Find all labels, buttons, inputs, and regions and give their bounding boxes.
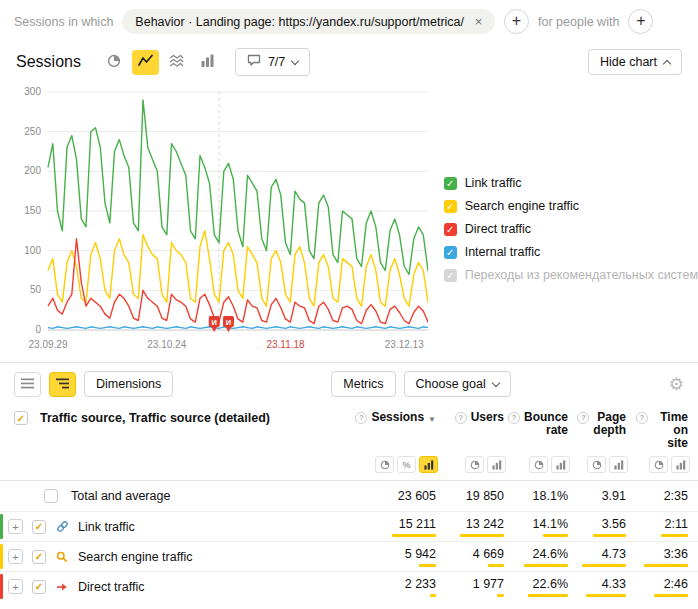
dimensions-button[interactable]: Dimensions (84, 371, 173, 397)
flat-list-view-button[interactable] (14, 372, 41, 397)
stacked-chart-type-button[interactable] (163, 50, 190, 75)
expand-button[interactable]: + (8, 579, 23, 594)
pie-display-button[interactable] (375, 456, 394, 473)
add-people-filter-button[interactable]: + (628, 9, 653, 34)
expand-button[interactable]: + (8, 519, 23, 534)
row-checkbox[interactable]: ✓ (32, 580, 46, 594)
filter-chip[interactable]: Behavior · Landing page: https://yandex.… (122, 9, 495, 34)
gear-icon[interactable]: ⚙ (669, 376, 684, 393)
table-header: ✓ Traffic source, Traffic source (detail… (0, 405, 698, 481)
metric-bar (528, 594, 568, 597)
choose-goal-button[interactable]: Choose goal (404, 371, 511, 397)
col-header-page-depth[interactable]: ? Page depth (578, 411, 636, 437)
metric-cell: 2:46 (636, 577, 698, 597)
legend-item[interactable]: ✓Link traffic (444, 176, 698, 190)
bars-display-button[interactable] (609, 456, 628, 473)
bars-display-button[interactable] (419, 456, 438, 473)
legend-item[interactable]: ✓Internal traffic (444, 245, 698, 259)
header-checkbox[interactable]: ✓ (14, 411, 28, 425)
segments-button[interactable]: 7/7 (235, 48, 310, 76)
column-chart-type-button[interactable] (194, 50, 221, 75)
bars-display-button[interactable] (487, 456, 506, 473)
svg-text:150: 150 (24, 205, 41, 216)
legend-checkbox[interactable]: ✓ (444, 223, 457, 236)
series-color-stripe (0, 514, 3, 539)
sessions-chart[interactable]: 05010015020025030023.09.2923.10.2423.11.… (10, 84, 428, 354)
sessions-in-which-label: Sessions in which (14, 15, 113, 29)
svg-text:23.12.13: 23.12.13 (385, 339, 424, 350)
metric-cell: 5 942 (358, 547, 446, 567)
metric-info-icon[interactable]: ? (355, 412, 367, 424)
table-row[interactable]: +✓Direct traffic2 2331 97722.6%4.332:46 (0, 571, 698, 601)
legend-label: Переходы из рекомендательных систем (465, 268, 698, 282)
legend-label: Direct traffic (465, 222, 531, 236)
legend-item[interactable]: ✓Переходы из рекомендательных систем (444, 268, 698, 282)
total-checkbox[interactable] (44, 489, 58, 503)
toolbar-middle: Metrics Choose goal (331, 371, 510, 397)
pie-display-button[interactable] (587, 456, 606, 473)
svg-text:100: 100 (24, 245, 41, 256)
legend-item[interactable]: ✓Direct traffic (444, 222, 698, 236)
metric-bar (654, 594, 688, 597)
percent-display-button[interactable]: % (397, 456, 416, 473)
legend-checkbox[interactable]: ✓ (444, 177, 457, 190)
pie-display-button[interactable] (465, 456, 484, 473)
close-icon[interactable]: × (471, 14, 486, 29)
hide-chart-button[interactable]: Hide chart (588, 49, 682, 75)
row-checkbox[interactable]: ✓ (32, 520, 46, 534)
comment-icon (247, 54, 261, 70)
arrow-icon (55, 581, 69, 593)
page-title: Sessions (16, 53, 81, 71)
metric-info-icon[interactable]: ? (577, 412, 589, 424)
metric-info-icon[interactable]: ? (508, 412, 520, 424)
row-checkbox[interactable]: ✓ (32, 550, 46, 564)
col-header-time-on-site[interactable]: ? Time on site (636, 411, 698, 450)
metric-cell: 4.73 (578, 547, 636, 567)
table-body: Total and average 23 605 19 850 18.1% 3.… (0, 481, 698, 601)
bars-display-button[interactable] (671, 456, 690, 473)
metric-bar (593, 534, 626, 537)
total-time-on-site: 2:35 (664, 489, 688, 503)
pie-display-button[interactable] (529, 456, 548, 473)
list-icon (21, 377, 34, 392)
table-row[interactable]: +✓Search engine traffic5 9424 66924.6%4.… (0, 541, 698, 571)
legend-checkbox[interactable]: ✓ (444, 269, 457, 282)
pie-display-button[interactable] (649, 456, 668, 473)
tree-icon (56, 377, 69, 392)
metric-cell: 2:11 (636, 517, 698, 537)
metric-cell: 2 233 (358, 577, 446, 597)
line-chart-type-button[interactable] (132, 50, 159, 75)
metric-cell: 24.6% (514, 547, 578, 567)
add-session-filter-button[interactable]: + (504, 9, 529, 34)
col-header-sessions[interactable]: ? Sessions ▼ (358, 411, 446, 426)
row-label: Direct traffic (78, 580, 144, 594)
metric-bar (582, 564, 626, 567)
svg-text:И: И (212, 318, 217, 327)
pie-chart-type-button[interactable] (101, 50, 128, 75)
svg-text:И: И (226, 318, 231, 327)
metric-cell: 3:36 (636, 547, 698, 567)
metric-cell: 14.1% (514, 517, 578, 537)
svg-text:250: 250 (24, 126, 41, 137)
col-header-users[interactable]: ? Users (446, 411, 514, 424)
bars-display-button[interactable] (551, 456, 570, 473)
metric-info-icon[interactable]: ? (636, 412, 648, 424)
link-icon (55, 520, 69, 533)
table-row[interactable]: +✓Link traffic15 21113 24214.1%3.562:11 (0, 511, 698, 541)
legend-checkbox[interactable]: ✓ (444, 246, 457, 259)
tree-view-button[interactable] (49, 372, 76, 397)
metric-bar (497, 594, 504, 597)
metric-info-icon[interactable]: ? (455, 412, 467, 424)
svg-text:0: 0 (35, 324, 41, 335)
legend-item[interactable]: ✓Search engine traffic (444, 199, 698, 213)
total-bounce-rate: 18.1% (533, 489, 568, 503)
expand-button[interactable]: + (8, 549, 23, 564)
chart-header: Sessions 7/7 Hide chart (0, 40, 698, 84)
metric-cell: 3.56 (578, 517, 636, 537)
metric-cell: 22.6% (514, 577, 578, 597)
row-label: Link traffic (78, 520, 135, 534)
report-table-section: Dimensions Metrics Choose goal ⚙ ✓ Traff… (0, 362, 698, 601)
legend-checkbox[interactable]: ✓ (444, 200, 457, 213)
col-header-bounce-rate[interactable]: ? Bounce rate (514, 411, 578, 437)
metrics-button[interactable]: Metrics (331, 371, 395, 397)
